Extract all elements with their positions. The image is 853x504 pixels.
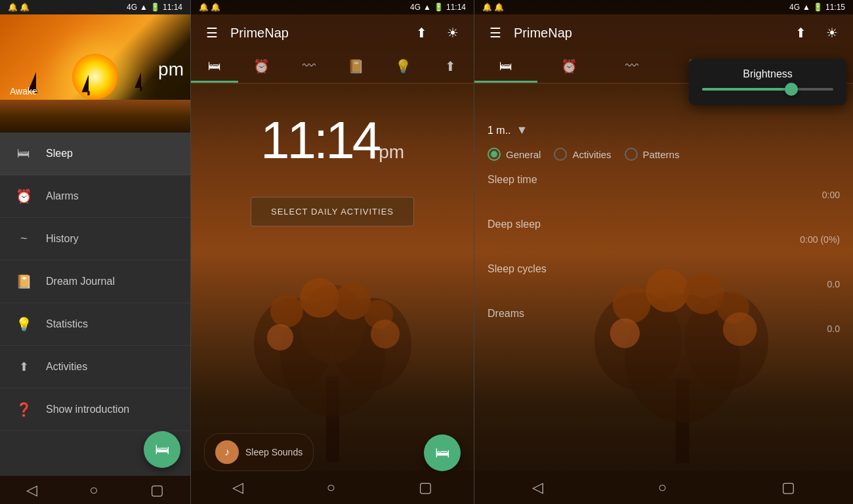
nav-label-dream-journal: Dream Journal (46, 276, 115, 287)
dream-journal-icon: 📔 (13, 271, 34, 292)
tab-journal-2[interactable]: 📔 (332, 51, 379, 83)
stat-sleep-time: Sleep time 0:00 (488, 174, 840, 200)
svg-marker-4 (135, 72, 141, 88)
sleep-fab-1[interactable]: 🛏 (144, 431, 180, 468)
recents-btn-1[interactable]: ▢ (150, 482, 164, 499)
sleep-sounds-btn[interactable]: ♪ Sleep Sounds (204, 433, 314, 471)
app-bar-icons-2: ⬆ ☀ (411, 22, 463, 43)
app-title-3: PrimeNap (514, 26, 790, 41)
status-left-1: 🔔 🔔 (8, 3, 30, 12)
status-bar-3: 🔔 🔔 4G ▲ 🔋 11:15 (474, 0, 853, 14)
stat-dreams-label: Dreams (488, 308, 840, 320)
sleep-icon: 🛏 (13, 143, 34, 164)
nav-item-history[interactable]: ~ History (0, 218, 190, 261)
nav-item-alarms[interactable]: ⏰ Alarms (0, 175, 190, 218)
radio-circle-patterns (625, 148, 638, 161)
brightness-btn-2[interactable]: ☀ (442, 22, 463, 43)
stat-dreams: Dreams 0.0 (488, 308, 840, 334)
app-title-2: PrimeNap (230, 26, 411, 41)
nav-bar-1: ◁ ○ ▢ (0, 476, 190, 504)
nav-label-history: History (46, 233, 79, 245)
home-btn-3[interactable]: ○ (658, 479, 667, 496)
sleep-fab-2[interactable]: 🛏 (424, 434, 461, 471)
stat-deep-sleep: Deep sleep 0:00 (0%) (488, 219, 840, 245)
nav-item-dream-journal[interactable]: 📔 Dream Journal (0, 261, 190, 303)
stat-deep-sleep-label: Deep sleep (488, 219, 840, 230)
status-bar-1: 🔔 🔔 4G ▲ 🔋 11:14 (0, 0, 190, 14)
app-bar-2: ☰ PrimeNap ⬆ ☀ (191, 14, 474, 51)
recents-btn-3[interactable]: ▢ (781, 479, 795, 496)
nav-label-activities: Activities (46, 361, 87, 373)
menu-btn-3[interactable]: ☰ (485, 22, 506, 43)
back-btn-1[interactable]: ◁ (26, 482, 37, 499)
back-btn-2[interactable]: ◁ (232, 479, 243, 496)
stat-sleep-cycles: Sleep cycles 0.0 (488, 263, 840, 289)
tab-stats-2[interactable]: 💡 (379, 51, 427, 83)
nav-label-sleep: Sleep (46, 148, 73, 159)
nav-item-show-introduction[interactable]: ❓ Show introduction (0, 388, 190, 431)
nav-menu: 🛏 Sleep ⏰ Alarms ~ History 📔 Dream Journ… (0, 133, 190, 431)
panel2-bottom: ♪ Sleep Sounds 🛏 (191, 433, 474, 471)
tab-chart-2[interactable]: 〰 (285, 51, 333, 83)
nav-label-statistics: Statistics (46, 318, 88, 330)
nav-item-activities[interactable]: ⬆ Activities (0, 346, 190, 388)
nav-item-statistics[interactable]: 💡 Statistics (0, 303, 190, 346)
stat-dreams-value: 0.0 (488, 324, 840, 334)
time-status-3: 11:15 (825, 3, 845, 12)
show-intro-icon: ❓ (13, 399, 34, 420)
brightness-slider[interactable] (702, 88, 833, 91)
home-btn-1[interactable]: ○ (89, 482, 98, 499)
panel3-content: 🔔 🔔 4G ▲ 🔋 11:15 ☰ PrimeNap ⬆ ☀ Brightne… (474, 0, 853, 504)
signal-icon: ▲ (140, 3, 148, 12)
tab-sleep-2[interactable]: 🛏 (191, 51, 238, 83)
radio-group: General Activities Patterns (488, 148, 840, 161)
app-bar-3: ☰ PrimeNap ⬆ ☀ (474, 14, 853, 51)
sunset-scene: Awake pm (0, 14, 190, 133)
tab-activities-2[interactable]: ⬆ (427, 51, 474, 83)
network-indicator-1: 4G (127, 3, 137, 12)
status-right-2: 4G ▲ 🔋 11:14 (410, 3, 466, 12)
svg-rect-5 (140, 87, 142, 91)
tab-chart-3[interactable]: 〰 (600, 51, 663, 83)
tab-alarm-3[interactable]: ⏰ (537, 51, 600, 83)
nav-label-show-introduction: Show introduction (46, 404, 129, 415)
radio-patterns[interactable]: Patterns (625, 148, 680, 161)
nav-bar-2: ◁ ○ ▢ (191, 471, 474, 504)
brightness-thumb[interactable] (785, 83, 798, 96)
network-2: 4G (410, 3, 421, 12)
select-activities-btn[interactable]: SELECT DAILY ACTIVITIES (251, 197, 414, 226)
back-btn-3[interactable]: ◁ (532, 479, 543, 496)
nav-item-sleep[interactable]: 🛏 Sleep (0, 133, 190, 175)
share-btn-3[interactable]: ⬆ (790, 22, 811, 43)
sailboat-3 (131, 72, 151, 101)
activities-icon: ⬆ (13, 356, 34, 377)
tab-bar-2: 🛏 ⏰ 〰 📔 💡 ⬆ (191, 51, 474, 84)
sailboat-2 (79, 72, 98, 101)
home-btn-2[interactable]: ○ (327, 479, 335, 496)
signal-icon-3: ▲ (802, 3, 810, 12)
brightness-btn-3[interactable]: ☀ (822, 22, 843, 43)
radio-activities[interactable]: Activities (554, 148, 611, 161)
battery-icon-3: 🔋 (813, 3, 823, 12)
radio-circle-activities (554, 148, 567, 161)
duration-selector: 1 m.. ▼ (488, 123, 840, 137)
radio-label-activities: Activities (572, 149, 611, 160)
stat-sleep-cycles-value: 0.0 (488, 279, 840, 289)
signal-icon-2: ▲ (423, 3, 431, 12)
stat-deep-sleep-value: 0:00 (0%) (488, 234, 840, 245)
tab-alarm-2[interactable]: ⏰ (238, 51, 285, 83)
battery-icon: 🔋 (150, 3, 160, 12)
tab-sleep-3[interactable]: 🛏 (474, 51, 537, 83)
brightness-popup: Brightness (689, 59, 846, 105)
stat-sleep-time-label: Sleep time (488, 174, 840, 186)
music-note-icon: ♪ (215, 440, 239, 464)
nav-label-alarms: Alarms (46, 190, 79, 202)
recents-btn-2[interactable]: ▢ (419, 479, 432, 496)
menu-btn-2[interactable]: ☰ (201, 22, 222, 43)
radio-circle-general (488, 148, 501, 161)
share-btn-2[interactable]: ⬆ (411, 22, 432, 43)
stat-sleep-time-value: 0:00 (488, 190, 840, 200)
main-sleep-panel: 🔔 🔔 4G ▲ 🔋 11:14 ☰ PrimeNap ⬆ ☀ 🛏 ⏰ 〰 📔 (190, 0, 474, 504)
duration-dropdown-icon[interactable]: ▼ (516, 123, 528, 137)
radio-general[interactable]: General (488, 148, 541, 161)
